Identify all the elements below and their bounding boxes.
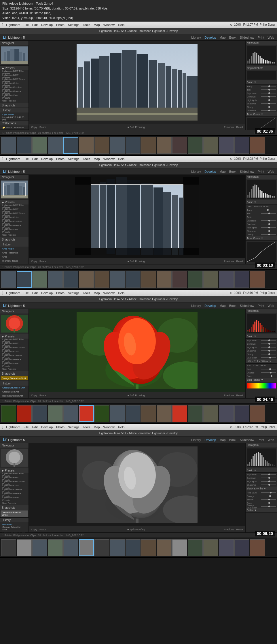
film-thumb-4-15[interactable]	[219, 539, 234, 556]
preset-user-3[interactable]: User Presets	[0, 367, 29, 371]
menu-window[interactable]: Window	[103, 23, 115, 27]
film-thumb-2-15[interactable]	[219, 271, 234, 288]
module-slideshow-3[interactable]: Slideshow	[240, 304, 254, 307]
film-thumb-3-1[interactable]	[1, 405, 16, 422]
module-library-4[interactable]: Library	[191, 438, 201, 442]
preset-video-2[interactable]: Lightroom Video Presets	[0, 229, 29, 233]
film-thumb-3-15[interactable]	[219, 405, 234, 422]
copy-btn-3[interactable]: Copy	[31, 394, 37, 397]
film-thumb-3-8[interactable]	[110, 405, 125, 422]
film-thumb-12[interactable]	[172, 137, 187, 154]
film-thumb-4-7[interactable]	[94, 539, 109, 556]
module-book-1[interactable]: Book	[229, 36, 236, 39]
film-thumb-2-2[interactable]	[17, 271, 32, 288]
previous-btn-3[interactable]: Previous	[224, 394, 234, 397]
module-map-3[interactable]: Map	[219, 304, 225, 307]
reset-btn-4[interactable]: Reset	[236, 528, 243, 531]
menu-photo-2[interactable]: Photo	[56, 157, 64, 161]
film-thumb-3-11[interactable]	[157, 405, 172, 422]
film-thumb-4-1[interactable]	[1, 539, 16, 556]
history-item-light-2[interactable]: Light Tones	[0, 263, 29, 264]
menu-help[interactable]: Help	[118, 23, 125, 27]
copy-btn-1[interactable]: Copy	[31, 126, 37, 129]
film-thumb-17[interactable]	[250, 137, 265, 154]
menu-develop[interactable]: Develop	[41, 23, 53, 27]
film-thumb-3-13[interactable]	[188, 405, 203, 422]
snapshot-bw-4[interactable]: Convert to Black & White	[1, 510, 28, 517]
film-thumb-4-9[interactable]	[126, 539, 141, 556]
film-thumb-2-6[interactable]	[79, 271, 94, 288]
menu-map-4[interactable]: Map	[94, 425, 100, 429]
module-book-4[interactable]: Book	[229, 438, 236, 442]
menu-window-3[interactable]: Window	[103, 291, 115, 295]
film-thumb-4-14[interactable]	[203, 539, 218, 556]
history-item-redhue-3[interactable]: Red Saturation Shift	[0, 394, 29, 398]
module-map-1[interactable]: Map	[219, 36, 225, 39]
film-thumb-2-5[interactable]	[63, 271, 78, 288]
film-thumb-14[interactable]	[203, 137, 218, 154]
menu-lightroom-2[interactable]: Lightroom	[6, 157, 20, 161]
film-thumb-3-6[interactable]	[79, 405, 94, 422]
module-print-1[interactable]: Print	[258, 36, 264, 39]
film-thumb-2-9[interactable]	[126, 271, 141, 288]
film-thumb-3-16[interactable]	[234, 405, 249, 422]
film-thumb-11[interactable]	[157, 137, 172, 154]
film-thumb-4-10[interactable]	[141, 539, 156, 556]
film-thumb-6[interactable]	[79, 137, 94, 154]
menu-edit[interactable]: Edit	[32, 23, 38, 27]
film-thumb-2-17[interactable]	[250, 271, 265, 288]
menu-tools-3[interactable]: Tools	[83, 291, 90, 295]
module-book-2[interactable]: Book	[229, 170, 236, 173]
film-thumb-4-11[interactable]	[157, 539, 172, 556]
menu-tools-2[interactable]: Tools	[83, 157, 90, 161]
film-thumb-3-3[interactable]	[32, 405, 47, 422]
reset-btn-1[interactable]: Reset	[236, 126, 243, 129]
menu-window-4[interactable]: Window	[103, 425, 115, 429]
bw-tab-hsl-3[interactable]: B&W	[261, 364, 266, 367]
menu-window-2[interactable]: Window	[103, 157, 115, 161]
film-thumb-5[interactable]	[63, 137, 78, 154]
film-thumb-4-4[interactable]	[48, 539, 63, 556]
paste-btn-3[interactable]: Paste	[39, 394, 46, 397]
menu-tools-4[interactable]: Tools	[83, 425, 90, 429]
previous-btn-4[interactable]: Previous	[224, 528, 234, 531]
module-web-1[interactable]: Web	[268, 36, 274, 39]
module-slideshow-1[interactable]: Slideshow	[240, 36, 254, 39]
preset-video-4[interactable]: Lightroom Video Presets	[0, 497, 29, 501]
film-thumb-3-17[interactable]	[250, 405, 265, 422]
module-map-2[interactable]: Map	[219, 170, 225, 173]
film-thumb-3-14[interactable]	[203, 405, 218, 422]
film-thumb-13[interactable]	[188, 137, 203, 154]
menu-file[interactable]: File	[24, 23, 29, 27]
film-thumb-3-10[interactable]	[141, 405, 156, 422]
smart-collections-1[interactable]: 📁 Smart Collections	[0, 125, 29, 129]
film-thumb-3[interactable]	[32, 137, 47, 154]
menu-edit-3[interactable]: Edit	[32, 291, 38, 295]
history-item-crop-rect-2[interactable]: Crop Rectangle	[0, 251, 29, 255]
preset-user-4[interactable]: User Presets	[0, 501, 29, 505]
film-thumb-4[interactable]	[48, 137, 63, 154]
history-item-green-3[interactable]: Green Saturation Shift	[0, 386, 29, 390]
module-library-1[interactable]: Library	[191, 36, 201, 39]
film-thumb-4-3[interactable]	[32, 539, 47, 556]
menu-settings-2[interactable]: Settings	[68, 157, 79, 161]
history-item-import-1[interactable]: Import (09/13 1:47:33 PM)	[0, 117, 29, 121]
film-thumb-16[interactable]	[234, 137, 249, 154]
menu-file-2[interactable]: File	[24, 157, 29, 161]
module-slideshow-4[interactable]: Slideshow	[240, 438, 254, 442]
paste-btn-4[interactable]: Paste	[39, 528, 46, 531]
film-thumb-4-6[interactable]	[79, 539, 94, 556]
film-thumb-3-4[interactable]	[48, 405, 63, 422]
preset-user-1[interactable]: User Presets	[0, 99, 29, 103]
film-thumb-15[interactable]	[219, 137, 234, 154]
snapshot-orange-3[interactable]: Orange Saturation Shift	[1, 376, 28, 380]
film-thumb-2-10[interactable]	[141, 271, 156, 288]
menu-file-3[interactable]: File	[24, 291, 29, 295]
paste-btn-2[interactable]: Paste	[39, 260, 46, 263]
menu-settings-3[interactable]: Settings	[68, 291, 79, 295]
history-item-greenhue-3[interactable]: Green Hue Shift	[0, 390, 29, 394]
menu-photo-3[interactable]: Photo	[56, 291, 64, 295]
module-develop-1[interactable]: Develop	[204, 36, 216, 39]
preset-video-1[interactable]: Lightroom Video Presets	[0, 95, 29, 99]
history-item-crop-2[interactable]: Crop Angle	[0, 247, 29, 251]
